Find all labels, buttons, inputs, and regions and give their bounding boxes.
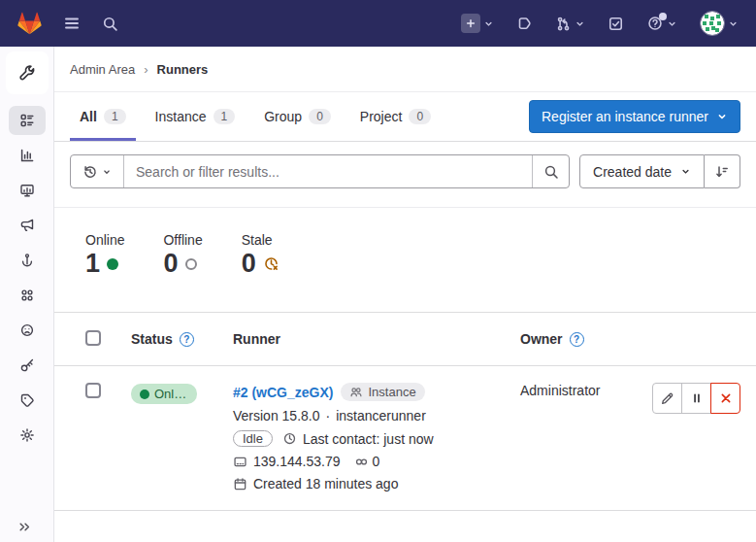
link-icon bbox=[354, 455, 369, 469]
sort-controls: Created date bbox=[579, 154, 740, 188]
new-menu-button[interactable] bbox=[459, 12, 496, 35]
sidebar-item-messages[interactable] bbox=[9, 211, 46, 240]
user-menu-button[interactable] bbox=[698, 9, 740, 38]
chevron-down-icon bbox=[728, 18, 739, 29]
search-history-button[interactable] bbox=[71, 155, 124, 187]
sidebar-item-monitoring[interactable] bbox=[9, 176, 46, 205]
runner-column-header: Runner bbox=[233, 331, 520, 347]
pause-icon bbox=[690, 391, 704, 405]
register-button-label: Register an instance runner bbox=[542, 109, 708, 124]
plus-icon bbox=[461, 14, 480, 33]
sidebar-item-abuse-reports[interactable] bbox=[9, 316, 46, 345]
stat-offline-label: Offline bbox=[163, 232, 202, 248]
runner-type-badge: Instance bbox=[341, 383, 424, 401]
sort-direction-button[interactable] bbox=[705, 154, 740, 188]
users-icon bbox=[349, 386, 363, 399]
calendar-icon bbox=[233, 477, 247, 491]
last-contact-text: Last contact: just now bbox=[303, 431, 434, 447]
status-help-icon[interactable]: ? bbox=[180, 332, 194, 347]
gitlab-logo[interactable] bbox=[16, 10, 44, 37]
sort-by-dropdown[interactable]: Created date bbox=[579, 154, 705, 188]
runner-summary: #2 (wCG_zeGX) Instance Version 15.8.0 · … bbox=[233, 383, 520, 491]
hamburger-icon bbox=[63, 16, 81, 31]
created-text: Created 18 minutes ago bbox=[253, 476, 398, 491]
search-input[interactable] bbox=[124, 155, 532, 187]
jobs-count-link[interactable]: 0 bbox=[354, 454, 380, 469]
dot-separator: · bbox=[326, 408, 331, 423]
register-instance-runner-button[interactable]: Register an instance runner bbox=[529, 100, 740, 133]
server-icon bbox=[233, 455, 247, 469]
monitor-icon bbox=[19, 183, 35, 198]
gitlab-tanuki-icon bbox=[17, 12, 42, 35]
tab-group[interactable]: Group 0 bbox=[254, 92, 341, 141]
sidebar-item-analytics[interactable] bbox=[9, 141, 46, 170]
wrench-icon bbox=[18, 64, 36, 82]
hamburger-menu-button[interactable] bbox=[61, 14, 82, 33]
breadcrumb-admin-area[interactable]: Admin Area bbox=[70, 62, 135, 77]
row-checkbox[interactable] bbox=[85, 383, 101, 398]
runner-created-line: Created 18 minutes ago bbox=[233, 476, 520, 491]
sidebar-item-labels[interactable] bbox=[9, 386, 46, 415]
tab-instance-label: Instance bbox=[155, 109, 207, 124]
pause-runner-button[interactable] bbox=[681, 383, 711, 414]
stat-online-value: 1 bbox=[85, 251, 100, 277]
chart-icon bbox=[19, 148, 35, 163]
runner-version: Version 15.8.0 bbox=[233, 408, 320, 423]
help-menu-button[interactable] bbox=[644, 13, 679, 34]
sidebar-item-deploy-keys[interactable] bbox=[9, 351, 46, 380]
megaphone-icon bbox=[19, 218, 35, 233]
runner-link[interactable]: #2 (wCG_zeGX) bbox=[233, 385, 333, 400]
todos-button[interactable] bbox=[606, 14, 626, 34]
main-content: Admin Area › Runners All 1 Instance 1 Gr… bbox=[54, 47, 756, 542]
key-icon bbox=[19, 357, 35, 373]
gear-icon bbox=[19, 427, 35, 443]
stat-online: Online 1 bbox=[85, 232, 124, 277]
online-dot-icon bbox=[140, 390, 149, 399]
merge-requests-button[interactable] bbox=[553, 14, 587, 34]
select-all-checkbox[interactable] bbox=[85, 330, 101, 346]
sidebar-item-applications[interactable] bbox=[9, 281, 46, 310]
sidebar-item-overview[interactable] bbox=[9, 106, 46, 135]
owner-help-icon[interactable]: ? bbox=[570, 332, 584, 347]
top-navbar bbox=[0, 0, 756, 47]
sidebar-item-admin-overview[interactable] bbox=[6, 51, 49, 94]
sidebar-item-system-hooks[interactable] bbox=[9, 246, 46, 275]
merge-request-icon bbox=[555, 16, 572, 32]
applications-grid-icon bbox=[19, 288, 35, 303]
tab-project[interactable]: Project 0 bbox=[350, 92, 441, 141]
chevron-down-icon bbox=[102, 167, 112, 177]
issues-button[interactable] bbox=[514, 14, 535, 34]
sort-by-label: Created date bbox=[593, 164, 672, 180]
filtered-search-box bbox=[70, 154, 570, 188]
stat-offline: Offline 0 bbox=[163, 232, 202, 277]
tab-group-count: 0 bbox=[309, 109, 331, 124]
job-status-badge: Idle bbox=[233, 430, 273, 447]
frown-face-icon bbox=[19, 322, 35, 338]
sidebar-item-settings[interactable] bbox=[9, 421, 46, 450]
stat-stale: Stale 0 bbox=[242, 232, 279, 277]
sidebar-collapse-toggle[interactable] bbox=[17, 520, 32, 534]
sort-descending-icon bbox=[714, 164, 730, 180]
tab-project-label: Project bbox=[360, 109, 403, 124]
runner-tabs: All 1 Instance 1 Group 0 Project 0 Regis… bbox=[54, 92, 756, 142]
status-badge-label: Online bbox=[154, 387, 188, 401]
runner-stats: Online 1 Offline 0 Stale 0 bbox=[54, 208, 756, 287]
breadcrumb: Admin Area › Runners bbox=[54, 47, 756, 92]
search-button[interactable] bbox=[100, 14, 120, 34]
history-icon bbox=[82, 164, 98, 180]
status-badge: Online bbox=[131, 384, 197, 404]
tab-instance[interactable]: Instance 1 bbox=[146, 92, 246, 141]
search-submit-button[interactable] bbox=[532, 155, 569, 187]
search-icon bbox=[543, 164, 559, 180]
owner-link[interactable]: Administrator bbox=[520, 383, 600, 398]
tab-all-label: All bbox=[80, 109, 97, 124]
runner-version-line: Version 15.8.0 · instancerunner bbox=[233, 408, 520, 423]
stat-offline-value: 0 bbox=[163, 251, 178, 277]
chevron-down-icon bbox=[716, 111, 728, 122]
tab-group-label: Group bbox=[264, 109, 302, 124]
delete-runner-button[interactable] bbox=[710, 383, 740, 414]
edit-runner-button[interactable] bbox=[652, 383, 682, 414]
tab-all[interactable]: All 1 bbox=[70, 92, 136, 141]
runner-ip: 139.144.53.79 bbox=[253, 454, 341, 469]
notification-dot bbox=[659, 13, 667, 20]
